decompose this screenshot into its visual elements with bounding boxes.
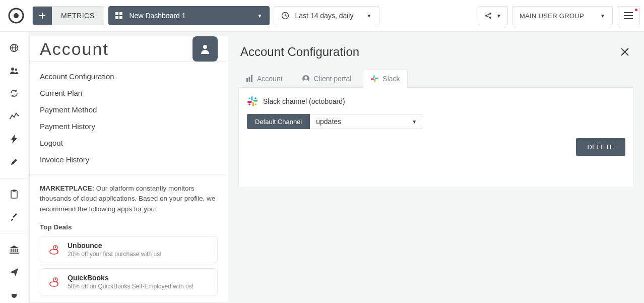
flash-icon[interactable]	[6, 131, 22, 147]
deal-desc: 50% off on QuickBooks Self-Employed with…	[68, 283, 194, 290]
main-panel: Account Configuration Account Client por…	[228, 32, 644, 303]
users-icon[interactable]	[6, 63, 22, 78]
svg-point-17	[13, 116, 15, 118]
svg-rect-22	[11, 249, 12, 252]
pencil-icon[interactable]	[6, 154, 22, 169]
svg-rect-24	[15, 249, 16, 252]
nav-logout[interactable]: Logout	[40, 135, 218, 151]
nav-payment-method[interactable]: Payment Method	[40, 101, 218, 118]
delete-button[interactable]: DELETE	[576, 138, 625, 156]
clock-icon	[281, 12, 289, 20]
dashboard-selector[interactable]: New Dashboard 1 ▼	[108, 6, 270, 25]
close-button[interactable]	[618, 45, 632, 59]
slack-icon	[370, 75, 378, 83]
svg-rect-25	[17, 249, 18, 252]
hamburger-icon	[624, 12, 633, 19]
svg-point-16	[11, 115, 13, 116]
usergroup-selector[interactable]: MAIN USER GROUP ▼	[512, 6, 613, 25]
svg-point-45	[254, 103, 256, 105]
account-avatar-button[interactable]	[192, 36, 218, 62]
svg-rect-4	[119, 12, 122, 15]
nav-current-plan[interactable]: Current Plan	[40, 85, 218, 101]
brush-icon[interactable]	[6, 209, 22, 225]
sidebar-title: Account	[40, 39, 109, 59]
svg-point-27	[203, 45, 207, 49]
refresh-icon[interactable]	[6, 86, 22, 101]
tab-slack[interactable]: Slack	[363, 69, 407, 88]
deal-card[interactable]: QuickBooks 50% off on QuickBooks Self-Em…	[40, 268, 218, 295]
svg-point-10	[489, 17, 491, 19]
dashboard-label: New Dashboard 1	[130, 12, 250, 20]
svg-point-34	[304, 77, 307, 79]
svg-rect-20	[11, 191, 17, 198]
sidebar-nav: Account Configuration Current Plan Payme…	[30, 62, 228, 174]
analytics-icon[interactable]	[6, 108, 22, 124]
account-sidebar: Account Account Configuration Current Pl…	[29, 36, 228, 303]
usergroup-label: MAIN USER GROUP	[520, 12, 600, 20]
notification-dot	[635, 9, 637, 11]
svg-point-9	[489, 13, 491, 15]
svg-rect-42	[247, 101, 252, 103]
clipboard-icon[interactable]	[6, 187, 22, 202]
person-icon	[302, 75, 310, 83]
svg-rect-6	[119, 16, 122, 19]
metrics-label: METRICS	[52, 12, 104, 20]
svg-rect-30	[246, 78, 248, 82]
share-button[interactable]: ▼	[478, 6, 508, 25]
svg-point-14	[15, 69, 17, 71]
person-icon	[200, 43, 211, 54]
tab-label: Slack	[382, 75, 400, 83]
svg-rect-32	[251, 75, 252, 82]
tab-client-portal[interactable]: Client portal	[294, 69, 359, 88]
grid-icon	[115, 12, 122, 19]
slack-panel: Slack channel (octoboard) Default Channe…	[238, 87, 634, 188]
svg-rect-2	[23, 10, 25, 13]
svg-point-46	[248, 103, 250, 105]
chevron-down-icon: ▼	[412, 119, 417, 125]
slack-icon	[247, 96, 258, 107]
svg-rect-23	[13, 249, 14, 252]
tabs: Account Client portal Slack	[238, 69, 634, 88]
marketplace-label: MARKETPLACE:	[40, 185, 94, 192]
tab-label: Account	[257, 75, 283, 83]
nav-invoice-history[interactable]: Invoice History	[40, 151, 218, 168]
close-icon	[620, 47, 629, 56]
bars-icon	[246, 75, 253, 82]
default-channel-label: Default Channel	[247, 114, 310, 129]
svg-point-18	[15, 113, 17, 114]
deal-card[interactable]: Unbounce 20% off your first purchase wit…	[40, 236, 218, 263]
date-label: Last 14 days, daily	[295, 12, 361, 20]
default-channel-row: Default Channel updates ▼	[247, 114, 625, 129]
plug-icon[interactable]	[6, 287, 22, 303]
globe-icon[interactable]	[6, 40, 22, 55]
channel-value: updates	[316, 117, 341, 126]
channel-select[interactable]: updates ▼	[310, 114, 423, 129]
tab-account[interactable]: Account	[238, 69, 290, 88]
svg-rect-26	[10, 253, 19, 254]
marketplace-section: MARKETPLACE: Our platform constantly mon…	[30, 174, 228, 303]
svg-rect-3	[115, 12, 118, 15]
bank-icon[interactable]	[6, 241, 22, 257]
metrics-button[interactable]: METRICS	[32, 6, 104, 25]
plus-icon	[33, 6, 52, 25]
slack-channel-title: Slack channel (octoboard)	[263, 97, 345, 105]
app-logo[interactable]	[4, 4, 28, 28]
svg-rect-36	[375, 78, 378, 79]
date-range-selector[interactable]: Last 14 days, daily ▼	[274, 6, 379, 25]
nav-payment-history[interactable]: Payment History	[40, 118, 218, 135]
tab-label: Client portal	[314, 75, 352, 83]
send-icon[interactable]	[6, 265, 22, 280]
svg-rect-37	[374, 79, 376, 82]
topbar: METRICS New Dashboard 1 ▼ Last 14 days, …	[0, 0, 644, 32]
nav-account-configuration[interactable]: Account Configuration	[40, 68, 218, 85]
sidebar-header: Account	[30, 36, 228, 62]
page-title: Account Configuration	[240, 45, 359, 59]
top-deals-label: Top Deals	[40, 223, 218, 231]
chevron-down-icon: ▼	[600, 13, 605, 19]
svg-rect-39	[251, 96, 253, 101]
svg-rect-35	[373, 75, 375, 78]
menu-button[interactable]	[617, 6, 640, 25]
chevron-down-icon: ▼	[257, 13, 263, 19]
deal-desc: 20% off your first purchase with us!	[68, 251, 162, 258]
svg-point-1	[14, 13, 19, 18]
